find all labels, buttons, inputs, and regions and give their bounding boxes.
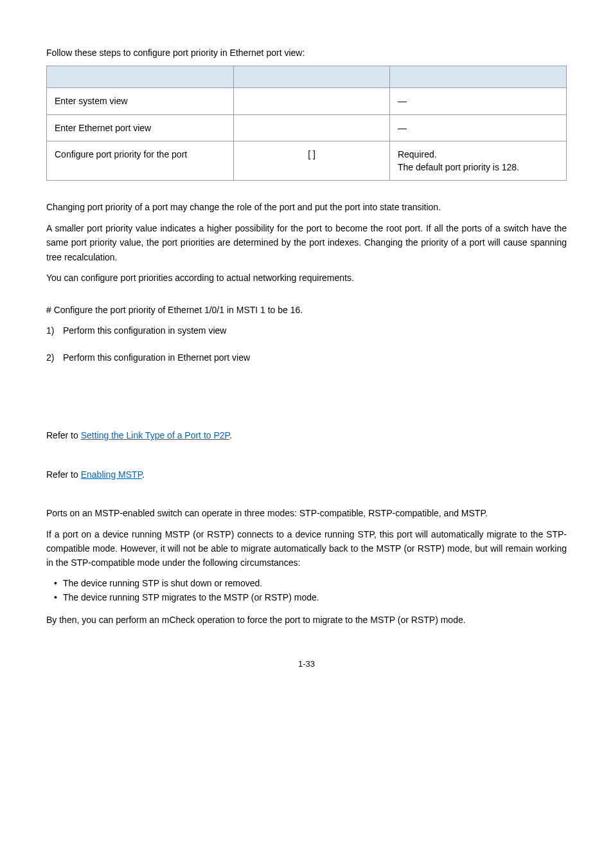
desc-line2: The default port priority is 128. xyxy=(398,161,558,174)
link-p2p[interactable]: Setting the Link Type of a Port to P2P xyxy=(81,430,229,440)
table-row: Enter Ethernet port view — xyxy=(47,114,567,141)
list-item: 2)Perform this configuration in Ethernet… xyxy=(46,351,567,364)
cell-op: Enter Ethernet port view xyxy=(47,114,234,141)
table-row: Enter system view — xyxy=(47,88,567,114)
cell-op: Configure port priority for the port xyxy=(47,141,234,181)
intro-text: Follow these steps to configure port pri… xyxy=(46,46,567,59)
bullet-item: The device running STP migrates to the M… xyxy=(46,591,567,604)
cell-cmd xyxy=(234,88,390,114)
refer-prefix: Refer to xyxy=(46,430,81,440)
table-header-3 xyxy=(389,66,566,88)
item-number: 1) xyxy=(46,324,63,337)
link-enabling-mstp[interactable]: Enabling MSTP xyxy=(81,469,142,480)
refer-suffix: . xyxy=(229,430,232,440)
item-number: 2) xyxy=(46,351,63,364)
refer-prefix: Refer to xyxy=(46,469,81,480)
paragraph: Changing port priority of a port may cha… xyxy=(46,200,567,214)
paragraph: A smaller port priority value indicates … xyxy=(46,221,567,264)
cell-op: Enter system view xyxy=(47,88,234,114)
paragraph: You can configure port priorities accord… xyxy=(46,271,567,285)
config-intro: # Configure the port priority of Etherne… xyxy=(46,303,567,317)
refer-line-2: Refer to Enabling MSTP. xyxy=(46,467,567,482)
item-text: Perform this configuration in system vie… xyxy=(63,325,226,336)
cell-desc: — xyxy=(389,114,566,141)
refer-suffix: . xyxy=(142,469,145,480)
paragraph: By then, you can perform an mCheck opera… xyxy=(46,613,567,627)
config-table: Enter system view — Enter Ethernet port … xyxy=(46,66,567,181)
paragraph: If a port on a device running MSTP (or R… xyxy=(46,527,567,570)
bullet-text: The device running STP is shut down or r… xyxy=(63,578,262,588)
page-number: 1-33 xyxy=(46,658,567,671)
item-text: Perform this configuration in Ethernet p… xyxy=(63,352,250,363)
table-header-1 xyxy=(47,66,234,88)
paragraph: Ports on an MSTP-enabled switch can oper… xyxy=(46,506,567,520)
bullet-text: The device running STP migrates to the M… xyxy=(63,592,319,602)
cell-desc: Required. The default port priority is 1… xyxy=(389,141,566,181)
cell-cmd xyxy=(234,114,390,141)
cell-desc: — xyxy=(389,88,566,114)
list-item: 1)Perform this configuration in system v… xyxy=(46,324,567,337)
desc-line1: Required. xyxy=(398,148,558,161)
table-row: Configure port priority for the port [ ]… xyxy=(47,141,567,181)
bullet-item: The device running STP is shut down or r… xyxy=(46,577,567,590)
cell-cmd: [ ] xyxy=(234,141,390,181)
refer-line-1: Refer to Setting the Link Type of a Port… xyxy=(46,428,567,442)
table-header-2 xyxy=(234,66,390,88)
